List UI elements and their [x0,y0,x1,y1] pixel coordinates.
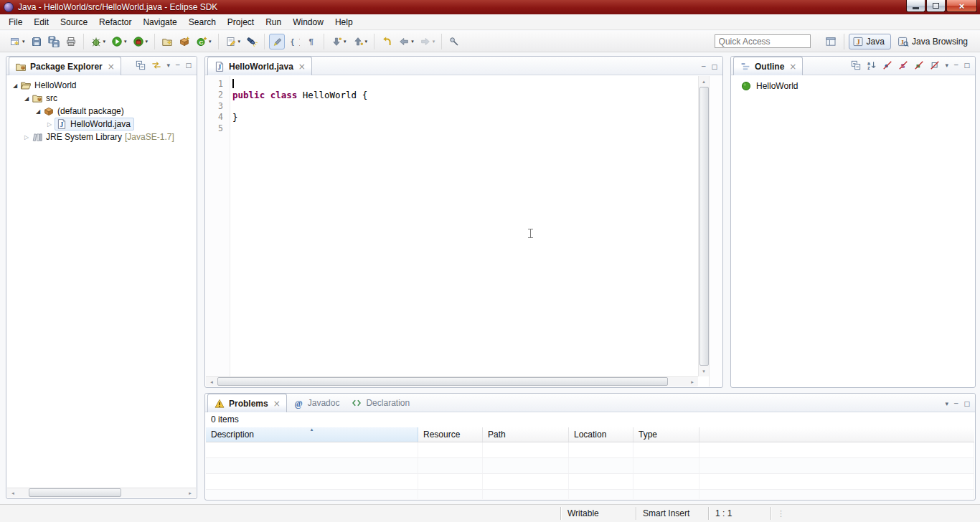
column-header-path[interactable]: Path [483,427,569,442]
tab-declaration[interactable]: Declaration [345,394,415,412]
back-button[interactable]: ▾ [396,34,416,49]
editor-hscrollbar[interactable]: ◂ ▸ [206,376,698,386]
perspective-java-browsing-button[interactable]: JJava Browsing [894,34,974,49]
dropdown-arrow-icon[interactable]: ▾ [238,39,241,44]
new-wizard-button[interactable]: ▾ [7,34,27,49]
titlebar[interactable]: Java - HelloWorld/src/HelloWorld.java - … [0,0,980,14]
dropdown-arrow-icon[interactable]: ▾ [103,39,106,44]
show-whitespace-button[interactable]: ¶ [303,34,319,49]
menu-navigate[interactable]: Navigate [137,15,182,29]
dropdown-arrow-icon[interactable]: ▾ [209,39,212,44]
restore-window-button[interactable] [926,0,946,12]
pin-editor-button[interactable] [446,34,462,49]
column-header-description[interactable]: ▴Description [206,427,418,442]
column-header-location[interactable]: Location [569,427,633,442]
collapse-all-button[interactable] [851,60,861,70]
package-explorer-hscrollbar[interactable]: ◂ ▸ [7,488,196,498]
close-view-icon[interactable]: × [273,399,281,408]
minimize-view-button[interactable]: ─ [702,64,705,70]
tab-javadoc[interactable]: @Javadoc [287,394,346,412]
external-tools-button[interactable]: ▾ [131,34,151,49]
sort-button[interactable]: az [867,60,877,70]
dropdown-arrow-icon[interactable]: ▾ [124,39,127,44]
menu-run[interactable]: Run [260,15,287,29]
maximize-view-button[interactable]: □ [963,401,970,407]
menu-project[interactable]: Project [222,15,260,29]
last-edit-location-button[interactable] [379,34,395,49]
dropdown-arrow-icon[interactable]: ▾ [344,39,347,44]
scrollbar-thumb[interactable] [217,377,668,386]
close-window-button[interactable]: × [946,0,977,12]
package-explorer-tab[interactable]: Package Explorer × [9,57,121,75]
scroll-left-icon[interactable]: ◂ [7,488,19,498]
editor-line-5[interactable]: 5 [206,123,698,134]
tree-item-helloworld[interactable]: ◢HelloWorld [7,79,196,92]
scroll-right-icon[interactable]: ▸ [184,488,196,498]
outline-tab[interactable]: Outline × [733,57,803,75]
dropdown-arrow-icon[interactable]: ▾ [22,39,25,44]
new-package-button[interactable] [176,34,192,49]
scrollbar-thumb[interactable] [29,488,121,497]
editor-body[interactable]: 12public class HelloWorld {34}5 [206,76,698,376]
maximize-view-button[interactable]: □ [963,62,970,69]
minimize-view-button[interactable]: ─ [954,401,958,407]
problems-empty-row[interactable] [206,474,974,490]
forward-button[interactable]: ▾ [418,34,438,49]
minimize-view-button[interactable]: ─ [176,62,179,69]
previous-annotation-button[interactable]: ▾ [350,34,370,49]
tree-item-jre-system-library[interactable]: ▷JRE System Library[JavaSE-1.7] [7,130,196,143]
overview-ruler[interactable] [709,76,722,386]
view-menu-view-button[interactable]: ▾ [946,62,949,69]
mark-occurrences-button[interactable] [269,34,285,49]
maximize-view-button[interactable]: □ [185,62,192,69]
scrollbar-thumb[interactable] [699,87,709,366]
expander-expanded-icon[interactable]: ◢ [10,82,20,89]
new-java-project-button[interactable] [159,34,175,49]
menu-edit[interactable]: Edit [28,15,55,29]
column-header-type[interactable]: Type [633,427,699,442]
new-class-button[interactable]: C▾ [194,34,214,49]
tab-problems[interactable]: Problems× [207,394,287,412]
save-button[interactable] [29,34,44,49]
debug-button[interactable]: ▾ [88,34,108,49]
dropdown-arrow-icon[interactable]: ▾ [146,39,149,44]
next-annotation-button[interactable]: ▾ [329,34,349,49]
dropdown-arrow-icon[interactable]: ▾ [433,39,435,44]
expander-expanded-icon[interactable]: ◢ [22,95,32,102]
menu-search[interactable]: Search [183,15,222,29]
menu-window[interactable]: Window [287,15,329,29]
editor-line-2[interactable]: 2public class HelloWorld { [206,90,698,101]
editor-line-3[interactable]: 3 [206,100,698,112]
show-source-of-selected-button[interactable]: { } [286,34,302,49]
hide-fields-button[interactable] [882,60,892,70]
maximize-view-button[interactable]: □ [711,64,717,70]
save-all-button[interactable] [46,34,62,49]
column-header-resource[interactable]: Resource [418,427,483,442]
menu-refactor[interactable]: Refactor [93,15,137,29]
editor-line-1[interactable]: 1 [206,78,698,90]
editor-vscrollbar[interactable]: ▴ ▾ [698,76,709,376]
hide-local-types-button[interactable] [930,60,940,70]
quick-access-input[interactable] [715,34,811,48]
problems-empty-row[interactable] [206,458,974,474]
expander-expanded-icon[interactable]: ◢ [33,108,43,115]
scroll-right-icon[interactable]: ▸ [687,377,698,386]
scroll-up-icon[interactable]: ▴ [699,76,709,87]
expander-collapsed-icon[interactable]: ▷ [22,134,32,141]
scroll-down-icon[interactable]: ▾ [699,366,709,376]
tree-item-src[interactable]: ◢src [7,92,196,105]
print-button[interactable] [63,34,79,49]
collapse-all-button[interactable] [136,60,146,70]
hide-static-members-button[interactable]: S [898,60,908,70]
hide-non-public-button[interactable] [914,60,924,70]
run-button[interactable]: ▾ [109,34,129,49]
problems-empty-row[interactable] [206,490,974,499]
close-view-icon[interactable]: × [108,62,115,71]
dropdown-arrow-icon[interactable]: ▾ [365,39,368,44]
view-menu-view-button[interactable]: ▾ [946,401,949,407]
expander-collapsed-icon[interactable]: ▷ [44,121,55,128]
scroll-left-icon[interactable]: ◂ [206,377,217,386]
problems-empty-row[interactable] [206,442,974,458]
search-button[interactable] [244,34,260,49]
open-perspective-button[interactable] [822,34,839,49]
